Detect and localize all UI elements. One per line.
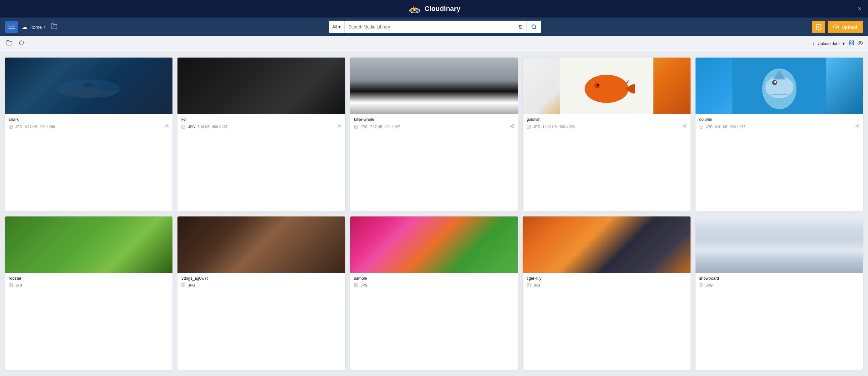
media-card-tiger-lilly[interactable]: tiger-lilly JPG	[523, 216, 690, 370]
close-button[interactable]: ×	[858, 5, 862, 13]
svg-line-34	[166, 125, 167, 126]
media-card-rooster[interactable]: rooster JPG	[5, 216, 173, 370]
toolbar-right: ↓ Upload date ▼	[812, 40, 863, 47]
search-input[interactable]	[345, 24, 514, 29]
media-thumb-3dogs_ag0w7t	[178, 216, 345, 273]
media-size: 9.67 KB	[25, 125, 37, 128]
media-name-killer-whale: killer-whale	[354, 117, 514, 122]
media-dimensions: 400 × 235	[559, 125, 575, 128]
media-card-sample[interactable]: sample JPG	[350, 216, 518, 370]
svg-point-68	[858, 124, 859, 125]
svg-point-25	[860, 42, 861, 44]
media-meta-shark: JPG 9.67 KB 400 × 299	[9, 124, 169, 129]
svg-rect-22	[852, 41, 854, 42]
media-info-rooster: rooster JPG	[5, 273, 173, 290]
media-thumb-rooster	[5, 216, 173, 273]
folder-view-button[interactable]	[5, 38, 14, 49]
hamburger-button[interactable]	[5, 21, 18, 33]
search-button[interactable]	[526, 21, 541, 33]
upload-label: Upload	[841, 24, 857, 30]
svg-line-41	[339, 125, 340, 126]
svg-point-76	[183, 284, 183, 285]
svg-line-58	[684, 126, 685, 127]
media-card-shark[interactable]: shark JPG 9.67 KB 400 × 299	[5, 58, 173, 211]
media-meta-sample: JPG	[354, 283, 514, 287]
media-type: JPG	[533, 283, 540, 287]
hamburger-line	[8, 28, 15, 29]
svg-line-48	[512, 125, 513, 126]
media-thumb-snowboard	[695, 216, 863, 273]
svg-point-70	[858, 127, 859, 128]
svg-point-1	[410, 8, 415, 11]
media-dimensions: 400 × 267	[730, 125, 745, 128]
top-bar: Cloudinary ×	[0, 0, 868, 18]
home-label: Home	[29, 24, 42, 30]
view-options-button[interactable]	[857, 40, 863, 47]
nav-bar: ☁ Home ▾ All ▾	[0, 18, 868, 36]
media-grid: shark JPG 9.67 KB 400 × 299 koi JPG 7.16…	[0, 51, 868, 376]
svg-point-54	[528, 126, 528, 126]
svg-point-82	[701, 284, 701, 285]
svg-line-72	[857, 125, 858, 126]
home-nav[interactable]: ☁ Home ▾	[22, 24, 45, 30]
svg-point-65	[774, 81, 776, 83]
filter-label: All	[333, 24, 337, 29]
media-card-snowboard[interactable]: snowboard JPG	[695, 216, 863, 370]
share-icon	[510, 124, 514, 129]
chevron-down-icon: ▾	[44, 25, 45, 29]
share-icon	[165, 124, 169, 129]
media-card-3dogs_ag0w7t[interactable]: 3dogs_ag0w7t JPG	[178, 216, 345, 370]
svg-point-14	[521, 28, 522, 29]
media-type: JPG	[188, 125, 195, 128]
sort-chevron-icon: ▼	[841, 41, 845, 46]
refresh-button[interactable]	[18, 39, 26, 49]
media-card-killer-whale[interactable]: killer-whale JPG 7.47 KB 400 × 267	[350, 58, 518, 211]
svg-point-45	[510, 126, 512, 127]
svg-rect-4	[413, 6, 414, 11]
media-card-koi[interactable]: koi JPG 7.16 KB 400 × 267	[178, 58, 345, 211]
media-card-dolphin[interactable]: dolphin JPG 9.41 KB 400 × 267	[695, 58, 863, 211]
home-icon: ☁	[22, 24, 28, 30]
svg-line-59	[684, 125, 685, 126]
share-icon	[855, 124, 859, 129]
media-name-sample: sample	[354, 276, 514, 281]
hamburger-line	[8, 27, 15, 27]
share-icon	[683, 124, 687, 129]
sort-down-icon: ↓	[812, 41, 814, 47]
sort-dropdown[interactable]: Upload date ▼	[818, 41, 845, 46]
media-info-goldfish: goldfish JPG 14.09 KB 400 × 235	[523, 114, 690, 132]
media-type: JPG	[188, 283, 195, 287]
hamburger-line	[8, 25, 15, 25]
add-media-button[interactable]	[812, 21, 825, 33]
svg-rect-23	[852, 44, 854, 45]
media-thumb-koi	[178, 58, 345, 114]
new-folder-button[interactable]	[51, 23, 58, 31]
search-filter-dropdown[interactable]: All ▾	[329, 21, 345, 33]
media-name-snowboard: snowboard	[699, 276, 859, 281]
media-thumb-shark	[5, 58, 173, 114]
svg-rect-3	[411, 8, 412, 11]
media-info-koi: koi JPG 7.16 KB 400 × 267	[178, 114, 345, 132]
upload-button[interactable]: Upload	[828, 21, 863, 33]
media-name-koi: koi	[181, 117, 341, 122]
svg-point-55	[685, 124, 686, 125]
image-icon	[181, 283, 186, 287]
svg-line-40	[339, 126, 340, 127]
media-name-shark: shark	[9, 117, 169, 122]
media-thumb-dolphin	[695, 58, 863, 114]
media-size: 9.41 KB	[715, 125, 727, 128]
svg-rect-24	[849, 44, 851, 45]
media-meta-snowboard: JPG	[699, 283, 859, 287]
search-options-button[interactable]	[515, 21, 526, 33]
search-container: All ▾	[329, 21, 541, 33]
media-card-goldfish[interactable]: goldfish JPG 14.09 KB 400 × 235	[523, 58, 690, 211]
svg-point-67	[701, 126, 701, 126]
media-dimensions: 400 × 267	[384, 125, 400, 128]
grid-view-button[interactable]	[849, 40, 854, 47]
media-dimensions: 400 × 267	[212, 125, 227, 128]
media-dimensions: 400 × 299	[40, 125, 55, 128]
logo-text: Cloudinary	[425, 5, 461, 13]
media-thumb-tiger-lilly	[523, 216, 690, 273]
image-icon	[9, 283, 13, 287]
sort-label: Upload date	[818, 41, 840, 46]
